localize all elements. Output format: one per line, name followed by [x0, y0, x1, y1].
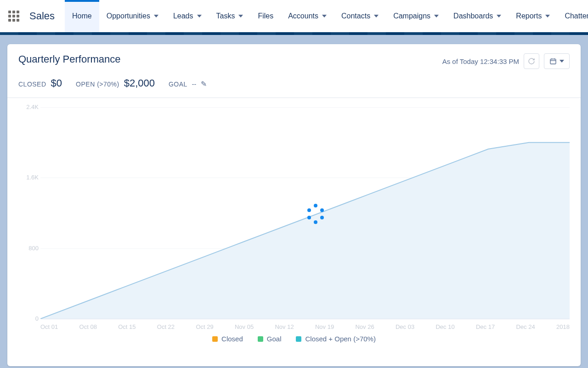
quarterly-performance-card: Quarterly Performance As of Today 12:34:…	[7, 44, 581, 366]
nav-tab-label: Files	[258, 12, 273, 20]
metric-goal-label: GOAL	[169, 80, 187, 88]
nav-tab-tasks[interactable]: Tasks	[209, 0, 251, 32]
loading-spinner-icon	[306, 204, 325, 222]
nav-tab-label: Accounts	[288, 12, 318, 20]
app-name: Sales	[29, 10, 55, 22]
nav-tab-leads[interactable]: Leads	[166, 0, 209, 32]
chevron-down-icon	[322, 15, 327, 17]
nav-tab-label: Tasks	[216, 12, 235, 20]
nav-tabs: HomeOpportunitiesLeadsTasksFilesAccounts…	[65, 0, 588, 32]
x-axis-labels: Oct 01Oct 08Oct 15Oct 22Oct 29Nov 05Nov …	[40, 323, 570, 330]
nav-tab-dashboards[interactable]: Dashboards	[446, 0, 509, 32]
nav-tab-label: Opportunities	[107, 12, 150, 20]
x-tick-label: Nov 12	[275, 323, 294, 330]
x-tick-label: Nov 05	[235, 323, 254, 330]
x-tick-label: Oct 01	[40, 323, 58, 330]
metric-open: OPEN (>70%) $2,000	[76, 77, 155, 89]
x-tick-label: Oct 08	[79, 323, 97, 330]
nav-tab-contacts[interactable]: Contacts	[334, 0, 386, 32]
legend-closed: Closed	[212, 335, 243, 343]
nav-tab-files[interactable]: Files	[250, 0, 281, 32]
metric-open-value: $2,000	[124, 77, 155, 89]
nav-tab-campaigns[interactable]: Campaigns	[386, 0, 446, 32]
y-tick-label: 1.6K	[20, 174, 39, 181]
app-launcher-icon[interactable]	[8, 11, 19, 22]
x-tick-label: Dec 17	[476, 323, 495, 330]
metric-closed-label: CLOSED	[18, 80, 46, 88]
legend-goal: Goal	[258, 335, 282, 343]
legend-label-closed: Closed	[221, 335, 243, 343]
x-tick-label: Dec 10	[435, 323, 454, 330]
x-tick-label: 2018	[556, 323, 570, 330]
top-navigation: Sales HomeOpportunitiesLeadsTasksFilesAc…	[0, 0, 588, 32]
chart-legend: Closed Goal Closed + Open (>70%)	[7, 335, 581, 343]
date-range-picker[interactable]	[544, 53, 570, 69]
x-tick-label: Nov 19	[315, 323, 334, 330]
y-tick-label: 0	[20, 315, 39, 322]
nav-tab-opportunities[interactable]: Opportunities	[99, 0, 166, 32]
chart-area: 08001.6K2.4K Oct 01Oct 08Oct 15Oct 22Oct…	[7, 98, 581, 346]
legend-swatch-closed-open	[296, 336, 301, 342]
x-tick-label: Oct 29	[196, 323, 213, 330]
y-tick-label: 800	[20, 245, 39, 252]
x-tick-label: Nov 26	[355, 323, 374, 330]
card-title: Quarterly Performance	[18, 53, 121, 65]
calendar-icon	[549, 58, 557, 65]
line-chart-svg	[40, 107, 570, 319]
chevron-down-icon	[374, 15, 379, 17]
nav-tab-label: Contacts	[341, 12, 370, 20]
x-tick-label: Oct 15	[118, 323, 136, 330]
chevron-down-icon	[560, 60, 564, 63]
chevron-down-icon	[434, 15, 439, 17]
x-tick-label: Dec 24	[516, 323, 535, 330]
nav-tab-label: Leads	[173, 12, 193, 20]
nav-tab-label: Dashboards	[453, 12, 493, 20]
legend-swatch-goal	[258, 336, 263, 342]
refresh-button[interactable]	[524, 53, 539, 69]
edit-goal-button[interactable]: ✎	[201, 80, 207, 88]
nav-tab-label: Chatter	[565, 12, 588, 20]
metric-goal: GOAL -- ✎	[169, 80, 207, 88]
card-header: Quarterly Performance As of Today 12:34:…	[7, 44, 581, 69]
nav-tab-home[interactable]: Home	[65, 0, 99, 32]
nav-tab-accounts[interactable]: Accounts	[281, 0, 334, 32]
nav-tab-label: Campaigns	[393, 12, 430, 20]
nav-tab-label: Home	[72, 12, 92, 20]
refresh-icon	[528, 58, 535, 65]
grid-line	[40, 319, 570, 319]
brand-stripe	[0, 32, 588, 35]
legend-label-goal: Goal	[267, 335, 282, 343]
y-tick-label: 2.4K	[20, 104, 39, 110]
chart-plot	[40, 107, 570, 319]
x-tick-label: Oct 22	[157, 323, 175, 330]
metric-closed: CLOSED $0	[18, 77, 62, 89]
metric-open-label: OPEN (>70%)	[76, 80, 119, 88]
nav-tab-label: Reports	[516, 12, 542, 20]
legend-swatch-closed	[212, 336, 218, 342]
svg-rect-0	[550, 59, 556, 64]
as-of-timestamp: As of Today 12:34:33 PM	[442, 58, 519, 65]
metric-goal-value: --	[192, 80, 196, 88]
chevron-down-icon	[197, 15, 202, 17]
metrics-row: CLOSED $0 OPEN (>70%) $2,000 GOAL -- ✎	[7, 69, 581, 98]
legend-closed-open: Closed + Open (>70%)	[296, 335, 375, 343]
chevron-down-icon	[545, 15, 550, 17]
metric-closed-value: $0	[51, 77, 62, 89]
chevron-down-icon	[238, 15, 243, 17]
nav-tab-chatter[interactable]: Chatter	[557, 0, 588, 32]
legend-label-closed-open: Closed + Open (>70%)	[305, 335, 375, 343]
x-tick-label: Dec 03	[396, 323, 414, 330]
chevron-down-icon	[154, 15, 158, 17]
chevron-down-icon	[497, 15, 501, 17]
nav-tab-reports[interactable]: Reports	[509, 0, 557, 32]
area-fill	[40, 143, 570, 319]
